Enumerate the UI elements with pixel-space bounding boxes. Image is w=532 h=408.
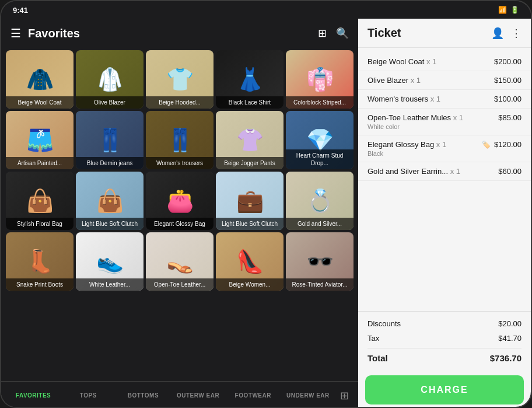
- ticket-item-price-5: $60.00: [498, 167, 522, 176]
- discounts-row: Discounts $20.00: [368, 316, 522, 331]
- ticket-item-price-0: $200.00: [494, 57, 522, 66]
- product-label-17: White Leather...: [76, 278, 144, 291]
- product-emoji-8: 👖: [166, 127, 194, 153]
- tax-row: Tax $41.70: [368, 331, 522, 346]
- product-label-16: Snake Print Boots: [6, 278, 74, 291]
- discounts-value: $20.00: [498, 319, 522, 328]
- product-label-5: Colorblock Striped...: [286, 96, 354, 109]
- product-item-10[interactable]: 💎 Heart Charm Stud Drop...: [286, 111, 354, 169]
- hamburger-icon[interactable]: ☰: [10, 26, 21, 40]
- ticket-item-sub-3: White color: [368, 123, 522, 130]
- product-item-7[interactable]: 👖 Blue Demin jeans: [76, 111, 144, 169]
- product-item-1[interactable]: 🧥 Beige Wool Coat: [6, 50, 74, 109]
- product-item-3[interactable]: 👕 Beige Hooded...: [146, 50, 214, 109]
- search-icon[interactable]: 🔍: [336, 27, 349, 40]
- product-emoji-20: 🕶️: [306, 249, 334, 274]
- product-item-15[interactable]: 💍 Gold and Silver...: [286, 172, 354, 230]
- total-row: Total $736.70: [368, 348, 522, 366]
- ticket-summary: Discounts $20.00 Tax $41.70 Total $736.7…: [358, 311, 531, 371]
- product-item-20[interactable]: 🕶️ Rose-Tinted Aviator...: [286, 232, 354, 291]
- product-emoji-15: 💍: [306, 188, 334, 214]
- device-frame: 9:41 📶 🔋 ☰ Favorites ⊞ 🔍 🧥 Beige Wool Co: [0, 0, 532, 408]
- ticket-item-5: Gold and Silver Earrin... x 1 $60.00: [358, 162, 531, 181]
- product-label-8: Women's trousers: [146, 157, 214, 169]
- product-item-9[interactable]: 👚 Beige Jogger Pants: [216, 111, 284, 169]
- product-item-4[interactable]: 👗 Black Lace Shirt: [216, 50, 284, 109]
- product-label-12: Light Blue Soft Clutch: [76, 218, 144, 230]
- product-item-18[interactable]: 👡 Open-Toe Leather...: [146, 232, 214, 291]
- ticket-item-row-0: Beige Wool Coat x 1 $200.00: [368, 57, 522, 66]
- ticket-item-4: Elegant Glossy Bag x 1 🏷️$120.00 Black: [358, 135, 531, 162]
- product-emoji-12: 👜: [96, 188, 124, 214]
- status-icons: 📶 🔋: [498, 6, 519, 14]
- product-item-6[interactable]: 🩳 Artisan Painted...: [6, 111, 74, 169]
- ticket-item-row-1: Olive Blazer x 1 $150.00: [368, 76, 522, 85]
- product-item-2[interactable]: 🥼 Olive Blazer: [76, 50, 144, 109]
- more-options-icon[interactable]: ⋮: [511, 27, 522, 40]
- product-emoji-3: 👕: [166, 67, 194, 92]
- status-time: 9:41: [13, 6, 28, 15]
- product-item-14[interactable]: 💼 Light Blue Soft Clutch: [216, 172, 284, 230]
- total-label: Total: [368, 353, 388, 363]
- nav-item-outerwear[interactable]: OUTERW EAR: [171, 390, 226, 401]
- ticket-item-name-3: Open-Toe Leather Mules x 1: [368, 113, 498, 122]
- product-item-12[interactable]: 👜 Light Blue Soft Clutch: [76, 172, 144, 230]
- product-emoji-4: 👗: [236, 67, 264, 92]
- product-emoji-17: 👟: [96, 249, 124, 274]
- tax-label: Tax: [368, 334, 379, 343]
- product-item-13[interactable]: 👛 Elegant Glossy Bag: [146, 172, 214, 230]
- nav-item-tops[interactable]: TOPS: [61, 390, 116, 401]
- page-title: Favorites: [28, 27, 311, 40]
- product-label-20: Rose-Tinted Aviator...: [286, 278, 354, 291]
- wifi-icon: 📶: [498, 6, 507, 14]
- product-item-11[interactable]: 👜 Stylish Floral Bag: [6, 172, 74, 230]
- nav-item-favorites[interactable]: FAVORITES: [6, 390, 61, 401]
- battery-icon: 🔋: [510, 6, 519, 14]
- ticket-item-row-3: Open-Toe Leather Mules x 1 $85.00: [368, 113, 522, 122]
- product-item-17[interactable]: 👟 White Leather...: [76, 232, 144, 291]
- main-content: ☰ Favorites ⊞ 🔍 🧥 Beige Wool Coat 🥼 Oliv…: [1, 19, 531, 408]
- product-emoji-6: 🩳: [26, 127, 54, 153]
- ticket-item-row-5: Gold and Silver Earrin... x 1 $60.00: [368, 167, 522, 176]
- product-emoji-16: 👢: [26, 249, 54, 274]
- ticket-item-row-2: Women's trousers x 1 $100.00: [368, 95, 522, 103]
- product-label-9: Beige Jogger Pants: [216, 157, 284, 169]
- ticket-item-3: Open-Toe Leather Mules x 1 $85.00 White …: [358, 109, 531, 135]
- grid-view-icon[interactable]: ⊞: [335, 387, 354, 404]
- product-item-5[interactable]: 👘 Colorblock Striped...: [286, 50, 354, 109]
- product-emoji-14: 💼: [236, 188, 264, 214]
- ticket-item-2: Women's trousers x 1 $100.00: [358, 90, 531, 109]
- discounts-label: Discounts: [368, 319, 401, 328]
- product-item-16[interactable]: 👢 Snake Print Boots: [6, 232, 74, 291]
- product-label-3: Beige Hooded...: [146, 96, 214, 109]
- ticket-item-sub-4: Black: [368, 150, 522, 157]
- ticket-header: Ticket 👤 ⋮: [358, 19, 531, 48]
- tax-value: $41.70: [498, 334, 522, 343]
- product-label-13: Elegant Glossy Bag: [146, 218, 214, 230]
- product-item-19[interactable]: 👠 Beige Women...: [216, 232, 284, 291]
- left-header: ☰ Favorites ⊞ 🔍: [1, 19, 358, 48]
- bottom-nav: FAVORITESTOPSBOTTOMSOUTERW EARFOOTWEARUN…: [1, 381, 358, 408]
- ticket-item-price-2: $100.00: [494, 95, 522, 103]
- total-value: $736.70: [490, 353, 522, 363]
- ticket-item-price-3: $85.00: [498, 113, 522, 122]
- product-item-8[interactable]: 👖 Women's trousers: [146, 111, 214, 169]
- product-emoji-9: 👚: [236, 127, 264, 153]
- product-grid: 🧥 Beige Wool Coat 🥼 Olive Blazer 👕 Beige…: [1, 48, 358, 381]
- nav-item-footwear[interactable]: FOOTWEAR: [226, 390, 281, 401]
- right-panel: Ticket 👤 ⋮ Beige Wool Coat x 1 $200.00 O…: [358, 19, 531, 408]
- ticket-item-price-1: $150.00: [494, 76, 522, 85]
- nav-item-bottoms[interactable]: BOTTOMS: [116, 390, 170, 401]
- product-label-14: Light Blue Soft Clutch: [216, 218, 284, 230]
- charge-button[interactable]: CHARGE: [365, 375, 524, 404]
- product-label-10: Heart Charm Stud Drop...: [286, 149, 354, 169]
- barcode-icon[interactable]: ⊞: [318, 27, 327, 40]
- add-user-icon[interactable]: 👤: [491, 27, 504, 40]
- product-label-19: Beige Women...: [216, 278, 284, 291]
- header-icons: ⊞ 🔍: [318, 27, 349, 40]
- product-label-6: Artisan Painted...: [6, 157, 74, 169]
- nav-item-underwear[interactable]: UNDERW EAR: [281, 390, 335, 401]
- ticket-header-icons: 👤 ⋮: [491, 27, 522, 40]
- ticket-item-1: Olive Blazer x 1 $150.00: [358, 71, 531, 90]
- ticket-items: Beige Wool Coat x 1 $200.00 Olive Blazer…: [358, 48, 531, 311]
